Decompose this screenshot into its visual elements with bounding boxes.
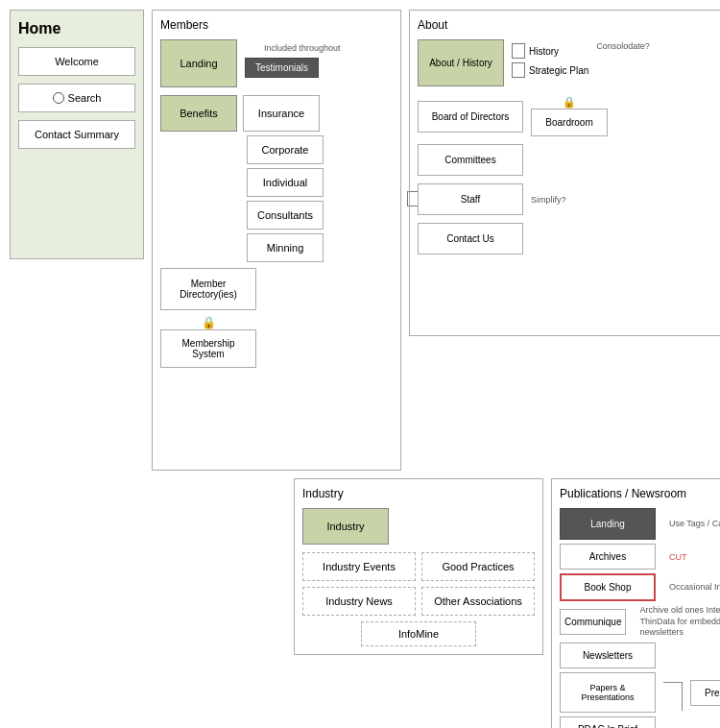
- search-icon: [53, 92, 64, 104]
- home-title: Home: [18, 18, 135, 39]
- occasional-label: Occasional In depth Reports: [669, 582, 720, 594]
- contact-us-box[interactable]: Contact Us: [418, 223, 523, 255]
- boardroom-box[interactable]: Boardroom: [531, 109, 608, 136]
- industry-landing-box[interactable]: Industry: [302, 508, 389, 545]
- staff-box[interactable]: Staff: [418, 183, 523, 215]
- use-tags-label: Use Tags / Categories?: [669, 519, 720, 530]
- archive-label: Archive old ones Integrate with ThinData…: [639, 605, 720, 639]
- good-practices-box[interactable]: Good Practices: [421, 552, 535, 581]
- members-title: Members: [160, 18, 393, 32]
- newsletters-box[interactable]: Newsletters: [560, 643, 656, 668]
- benefits-box[interactable]: Benefits: [160, 95, 237, 132]
- strategic-file-icon: [512, 62, 525, 78]
- communique-box[interactable]: Communique: [560, 609, 626, 635]
- contact-summary-box[interactable]: Contact Summary: [18, 120, 135, 149]
- simplify-label: Simplify?: [531, 195, 566, 205]
- strategic-plan-item: Strategic Plan: [512, 62, 588, 78]
- industry-grid: Industry Events Good Practices Industry …: [302, 552, 535, 616]
- testimonials-box[interactable]: Testimonials: [245, 58, 319, 78]
- archives-box[interactable]: Archives: [560, 544, 656, 570]
- history-file-icon: [512, 43, 525, 59]
- individual-box[interactable]: Individual: [247, 168, 324, 197]
- about-history-box[interactable]: About / History: [418, 39, 504, 86]
- board-box[interactable]: Board of Directors: [418, 101, 523, 133]
- bracket-icon: [663, 682, 683, 711]
- pdac-box[interactable]: PDAC In Brief: [560, 716, 656, 728]
- industry-panel: Industry Industry Industry Events Good P…: [294, 478, 543, 655]
- publications-panel: Publications / Newsroom Landing Use Tags…: [551, 478, 720, 728]
- member-directory-box[interactable]: Member Directory(ies): [160, 268, 256, 310]
- other-assoc-box[interactable]: Other Associations: [421, 587, 535, 616]
- industry-title: Industry: [302, 487, 535, 500]
- home-panel: Home Welcome Search Contact Summary: [10, 10, 144, 259]
- papers-box[interactable]: Papers & Presentations: [560, 672, 656, 713]
- industry-news-box[interactable]: Industry News: [302, 587, 416, 616]
- history-item: History: [512, 43, 588, 59]
- top-row: Members Landing Included throughout Test…: [152, 10, 720, 471]
- insurance-box[interactable]: Insurance: [243, 95, 320, 132]
- infomine-box[interactable]: InfoMine: [361, 621, 476, 646]
- members-panel: Members Landing Included throughout Test…: [152, 10, 401, 471]
- cut-label: CUT: [669, 552, 687, 562]
- members-landing-box[interactable]: Landing: [160, 39, 237, 87]
- minning-box[interactable]: Minning: [247, 233, 324, 262]
- consolidate-label: Consolodate?: [596, 41, 650, 51]
- benefits-container: Benefits Insurance Corporate Individual …: [160, 95, 393, 262]
- pub-landing-box[interactable]: Landing: [560, 508, 656, 540]
- welcome-box[interactable]: Welcome: [18, 47, 135, 76]
- search-box[interactable]: Search: [18, 84, 135, 112]
- boardroom-lock-icon: 🔒: [563, 96, 576, 109]
- page: Home Welcome Search Contact Summary Memb…: [0, 0, 720, 728]
- lock-icon: 🔒: [202, 316, 216, 329]
- bottom-row: Industry Industry Industry Events Good P…: [152, 478, 720, 728]
- membership-system-box[interactable]: Membership System: [160, 329, 256, 368]
- committees-box[interactable]: Committees: [418, 144, 523, 176]
- about-panel: About About / History History Strategic …: [409, 10, 720, 336]
- consultants-box[interactable]: Consultants: [247, 201, 324, 230]
- included-throughout-label: Included throughout: [264, 43, 341, 54]
- about-title: About: [418, 18, 720, 32]
- right-section: Members Landing Included throughout Test…: [152, 10, 720, 728]
- publications-title: Publications / Newsroom: [560, 487, 720, 500]
- corporate-box[interactable]: Corporate: [247, 135, 324, 164]
- infomine-row: InfoMine: [302, 621, 535, 646]
- industry-events-box[interactable]: Industry Events: [302, 552, 416, 581]
- bookshop-box[interactable]: Book Shop: [560, 573, 656, 601]
- press-releases-box[interactable]: Press Releases: [690, 680, 720, 706]
